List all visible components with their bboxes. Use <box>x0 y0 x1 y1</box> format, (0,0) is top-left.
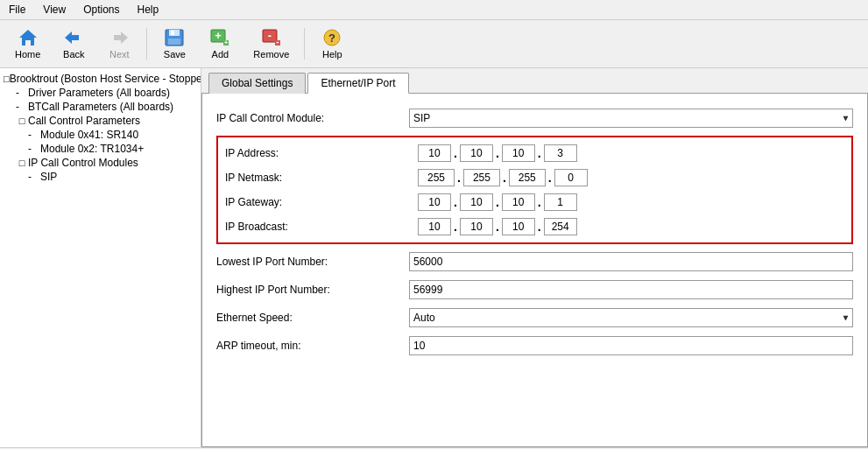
ip-broadcast-group: . . . <box>418 218 844 235</box>
menu-help[interactable]: Help <box>132 2 165 18</box>
tree-item-call-control[interactable]: □ Call Control Parameters <box>4 114 197 128</box>
tab-bar: Global Settings Ethernet/IP Port <box>201 68 868 94</box>
ip-gateway-octet-3[interactable] <box>502 193 535 211</box>
ip-call-control-module-control: SIP ▼ <box>409 109 853 128</box>
ip-broadcast-octet-2[interactable] <box>460 218 493 235</box>
ip-dot-1: . <box>453 220 458 234</box>
home-button[interactable]: Home <box>5 24 50 64</box>
save-button[interactable]: Save <box>152 24 196 64</box>
svg-rect-5 <box>168 39 180 45</box>
ip-call-control-module-select-wrapper: SIP ▼ <box>409 109 853 128</box>
ip-netmask-octet-3[interactable] <box>509 169 546 186</box>
ethernet-speed-select[interactable]: Auto 10 Mbps 100 Mbps 1 Gbps <box>409 308 853 327</box>
tree-label-sip: SIP <box>40 171 57 183</box>
arp-timeout-input[interactable] <box>409 336 853 355</box>
back-icon <box>63 28 84 47</box>
ethernet-speed-row: Ethernet Speed: Auto 10 Mbps 100 Mbps 1 … <box>216 307 853 328</box>
toolbar-sep-1 <box>146 28 147 60</box>
ip-broadcast-control: . . . <box>418 218 844 235</box>
ip-netmask-octet-4[interactable] <box>554 169 588 186</box>
menu-view[interactable]: View <box>38 2 71 18</box>
highest-ip-port-input[interactable] <box>409 280 853 299</box>
menubar: File View Options Help <box>0 0 868 20</box>
lowest-ip-port-control <box>409 252 853 271</box>
save-icon <box>164 28 185 47</box>
svg-marker-1 <box>65 32 79 44</box>
tree-label-call-control: Call Control Parameters <box>28 115 140 127</box>
help-icon: ? <box>321 28 342 47</box>
svg-text:-: - <box>276 37 279 46</box>
ip-broadcast-octet-3[interactable] <box>502 218 535 235</box>
menu-options[interactable]: Options <box>78 2 124 18</box>
tree-item-module-sr140[interactable]: - Module 0x41: SR140 <box>4 128 197 142</box>
tree-label-btcall-params: BTCall Parameters (All boards) <box>28 101 173 113</box>
ip-dot-3: . <box>537 195 542 209</box>
svg-text:+: + <box>215 29 222 42</box>
back-button[interactable]: Back <box>52 24 95 64</box>
ip-netmask-label: IP Netmask: <box>225 172 418 184</box>
expand-icon[interactable]: □ <box>16 158 28 168</box>
svg-text:-: - <box>268 29 272 42</box>
lowest-ip-port-label: Lowest IP Port Number: <box>216 256 409 268</box>
ip-dot-1: . <box>453 195 458 209</box>
next-icon <box>109 28 130 47</box>
ip-call-control-module-select[interactable]: SIP <box>409 109 853 128</box>
ip-dot-1: . <box>453 146 458 160</box>
ip-broadcast-label: IP Broadcast: <box>225 221 418 233</box>
ip-netmask-octet-2[interactable] <box>463 169 500 186</box>
back-label: Back <box>63 49 84 60</box>
next-button[interactable]: Next <box>97 24 141 64</box>
ip-gateway-octet-4[interactable] <box>544 193 577 211</box>
expand-icon[interactable]: □ <box>16 116 28 126</box>
menu-file[interactable]: File <box>4 2 31 18</box>
svg-rect-6 <box>171 31 174 35</box>
ip-gateway-row: IP Gateway: . . . <box>225 192 844 213</box>
tree-item-root[interactable]: □ Brooktrout (Boston Host Service - Stop… <box>4 72 197 86</box>
ip-netmask-octet-1[interactable] <box>418 169 455 186</box>
arp-timeout-control <box>409 336 853 355</box>
ip-address-control: . . . <box>418 144 844 162</box>
ip-broadcast-octet-4[interactable] <box>544 218 577 235</box>
tree-item-btcall-params[interactable]: - BTCall Parameters (All boards) <box>4 100 197 114</box>
tree-item-sip[interactable]: - SIP <box>4 170 197 184</box>
leaf-spacer: - <box>28 143 40 155</box>
ip-address-octet-2[interactable] <box>460 144 493 162</box>
ip-gateway-octet-1[interactable] <box>418 193 451 211</box>
tab-global-settings[interactable]: Global Settings <box>208 73 306 94</box>
leaf-spacer: - <box>28 171 40 183</box>
svg-marker-0 <box>19 30 37 46</box>
tab-ethernet-ip-port[interactable]: Ethernet/IP Port <box>307 73 408 94</box>
ip-address-octet-4[interactable] <box>544 144 577 162</box>
ip-gateway-octet-2[interactable] <box>460 193 493 211</box>
content-panel: Global Settings Ethernet/IP Port IP Call… <box>201 68 868 447</box>
tree-item-ip-modules[interactable]: □ IP Call Control Modules <box>4 156 197 170</box>
ip-gateway-label: IP Gateway: <box>225 196 418 208</box>
expand-icon[interactable]: □ <box>4 74 10 84</box>
tree-item-module-tr1034[interactable]: - Module 0x2: TR1034+ <box>4 142 197 156</box>
lowest-ip-port-row: Lowest IP Port Number: <box>216 251 853 272</box>
remove-button[interactable]: - - Remove <box>243 24 299 64</box>
leaf-spacer: - <box>16 87 28 99</box>
tree-label-ip-modules: IP Call Control Modules <box>28 157 138 169</box>
add-button[interactable]: + + Add <box>198 24 242 64</box>
ip-netmask-control: . . . <box>418 169 844 186</box>
next-label: Next <box>109 49 130 60</box>
leaf-spacer: - <box>28 129 40 141</box>
tree-item-driver-params[interactable]: - Driver Parameters (All boards) <box>4 86 197 100</box>
help-button[interactable]: ? Help <box>310 24 354 64</box>
ip-address-row: IP Address: . . . <box>225 143 844 164</box>
tree-label-driver-params: Driver Parameters (All boards) <box>28 87 170 99</box>
ip-netmask-group: . . . <box>418 169 844 186</box>
lowest-ip-port-input[interactable] <box>409 252 853 271</box>
ip-broadcast-octet-1[interactable] <box>418 218 451 235</box>
leaf-spacer: - <box>16 101 28 113</box>
ip-fields-group: IP Address: . . . <box>216 136 853 244</box>
ip-address-octet-3[interactable] <box>502 144 535 162</box>
ip-dot-3: . <box>537 146 542 160</box>
highest-ip-port-label: Highest IP Port Number: <box>216 284 409 296</box>
ethernet-speed-label: Ethernet Speed: <box>216 312 409 324</box>
ethernet-speed-control: Auto 10 Mbps 100 Mbps 1 Gbps ▼ <box>409 308 853 327</box>
ip-address-group: . . . <box>418 144 844 162</box>
ip-dot-3: . <box>547 171 553 185</box>
ip-address-octet-1[interactable] <box>418 144 451 162</box>
